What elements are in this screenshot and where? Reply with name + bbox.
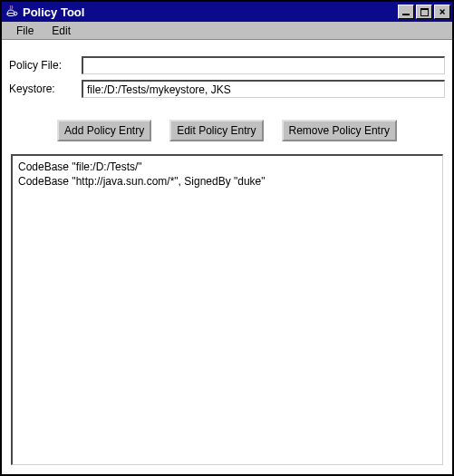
add-policy-entry-button[interactable]: Add Policy Entry xyxy=(57,120,151,141)
menu-edit[interactable]: Edit xyxy=(43,23,80,39)
remove-policy-entry-button[interactable]: Remove Policy Entry xyxy=(282,120,397,141)
policy-file-row: Policy File: xyxy=(9,56,445,74)
policy-file-label: Policy File: xyxy=(9,59,82,72)
button-row: Add Policy Entry Edit Policy Entry Remov… xyxy=(9,120,445,141)
window-controls: × xyxy=(396,5,450,19)
list-item[interactable]: CodeBase "http://java.sun.com/*", Signed… xyxy=(18,174,437,189)
list-item[interactable]: CodeBase "file:/D:/Tests/" xyxy=(18,160,437,174)
maximize-button[interactable] xyxy=(416,5,432,19)
app-window: Policy Tool × File Edit Policy File: Key… xyxy=(0,0,454,476)
close-button[interactable]: × xyxy=(434,5,450,19)
java-cup-icon xyxy=(5,5,19,19)
content-area: Policy File: Keystore: Add Policy Entry … xyxy=(2,40,452,474)
window-title: Policy Tool xyxy=(23,5,396,19)
policy-entries-list[interactable]: CodeBase "file:/D:/Tests/" CodeBase "htt… xyxy=(11,154,443,465)
titlebar: Policy Tool × xyxy=(2,2,452,22)
keystore-label: Keystore: xyxy=(9,83,82,95)
policy-file-field[interactable] xyxy=(82,56,445,74)
minimize-button[interactable] xyxy=(398,5,414,19)
menu-file[interactable]: File xyxy=(7,23,43,39)
svg-point-0 xyxy=(7,13,14,15)
keystore-row: Keystore: xyxy=(9,80,445,98)
edit-policy-entry-button[interactable]: Edit Policy Entry xyxy=(169,120,263,141)
menubar: File Edit xyxy=(2,22,452,40)
keystore-field[interactable] xyxy=(82,80,445,98)
